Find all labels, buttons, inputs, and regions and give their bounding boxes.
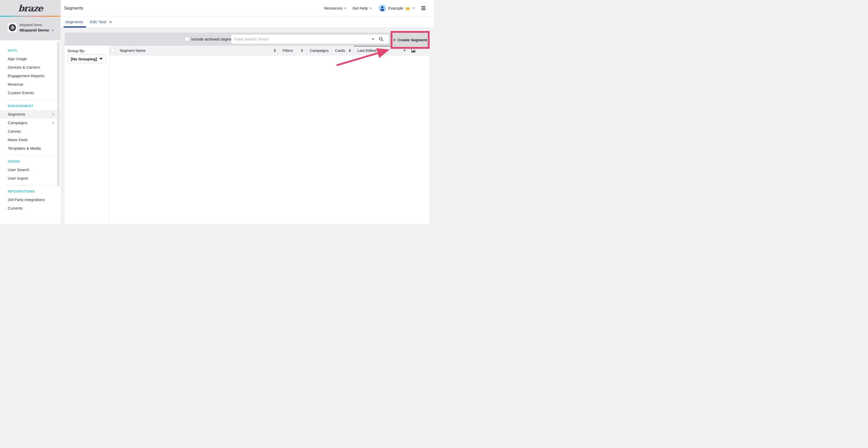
close-icon[interactable]: ✖	[109, 20, 112, 24]
select-all-cell	[109, 46, 116, 55]
section-title-users: USERS	[8, 160, 61, 163]
search-icon[interactable]	[379, 37, 383, 41]
tab-bar: Segments Edit 'Test' ✖	[61, 16, 434, 28]
user-avatar[interactable]	[379, 5, 386, 12]
section-title-engagement: ENGAGEMENT	[8, 104, 61, 108]
sidebar-divider	[4, 100, 55, 100]
brand-gradient-bar	[0, 16, 61, 17]
column-cards[interactable]: Cards	[332, 46, 354, 55]
sidebar-item-revenue[interactable]: Revenue	[0, 80, 61, 89]
annotation-highlight-box: + Create Segment	[391, 31, 430, 49]
sidebar-item-user-search[interactable]: User Search	[0, 165, 61, 174]
sidebar: braze b Mixpanel Demo Mixpanel Demo DATA…	[0, 0, 61, 224]
sidebar-item-engagement-reports[interactable]: Engagement Reports	[0, 71, 61, 80]
active-tab-underline	[64, 26, 86, 28]
sidebar-item-3rd-party-integrations[interactable]: 3rd Party Integrations	[0, 195, 61, 204]
chevron-down-icon	[51, 28, 54, 31]
sidebar-item-user-import[interactable]: User Import	[0, 174, 61, 182]
braze-dashboard: braze b Mixpanel Demo Mixpanel Demo DATA…	[0, 0, 434, 224]
braze-logo: braze	[0, 0, 61, 13]
get-help-menu[interactable]: Get Help	[352, 6, 371, 10]
caret-down-icon[interactable]	[403, 50, 406, 51]
sidebar-item-campaigns[interactable]: Campaigns	[0, 118, 61, 127]
workspace-group-label: Mixpanel Demo	[20, 23, 42, 27]
sidebar-nav: DATA App Usage Devices & Carriers Engage…	[0, 40, 61, 212]
sort-icon[interactable]	[349, 49, 351, 52]
chevron-right-icon	[52, 122, 54, 124]
sidebar-item-devices-carriers[interactable]: Devices & Carriers	[0, 63, 61, 71]
sidebar-item-canvas[interactable]: Canvas	[0, 127, 61, 136]
sort-icon[interactable]	[301, 49, 303, 52]
create-segment-button[interactable]: + Create Segment	[393, 33, 428, 47]
column-filters[interactable]: Filters	[279, 46, 306, 55]
sidebar-item-templates-media[interactable]: Templates & Media	[0, 144, 61, 152]
sidebar-scrollbar[interactable]	[57, 42, 60, 186]
include-archived-label: Include archived segments	[191, 33, 237, 46]
sidebar-item-segments[interactable]: Segments	[0, 110, 61, 118]
workspace-switcher[interactable]: b Mixpanel Demo Mixpanel Demo	[0, 17, 61, 40]
chevron-down-icon	[369, 6, 372, 9]
page-title: Segments	[64, 6, 83, 10]
workspace-icon: b	[8, 23, 17, 32]
sidebar-item-app-usage[interactable]: App Usage	[0, 55, 61, 63]
select-all-checkbox[interactable]	[111, 48, 115, 53]
workspace-name: Mixpanel Demo	[20, 28, 49, 33]
tab-segments[interactable]: Segments	[65, 16, 83, 27]
hamburger-menu-icon[interactable]	[421, 6, 426, 10]
segments-table-header: Segment Name Filters Campaigns Cards Las…	[109, 46, 429, 56]
include-archived-checkbox[interactable]	[185, 37, 189, 41]
column-campaigns[interactable]: Campaigns	[306, 46, 332, 55]
chevron-down-icon	[344, 6, 347, 9]
chevron-right-icon	[52, 113, 54, 115]
bar-chart-icon	[411, 48, 416, 53]
segments-content: Include archived segments Group By: [No …	[65, 33, 429, 224]
crown-icon	[405, 6, 410, 10]
segments-toolbar: Include archived segments	[65, 33, 429, 46]
sidebar-item-currents[interactable]: Currents	[0, 204, 61, 212]
search-input[interactable]	[231, 35, 366, 44]
group-by-label: Group By:	[68, 48, 85, 53]
search-dropdown-caret-icon[interactable]	[372, 38, 374, 40]
column-segment-name[interactable]: Segment Name	[116, 46, 279, 55]
user-name: Example	[388, 6, 403, 10]
resources-menu[interactable]: Resources	[324, 6, 346, 10]
sidebar-item-custom-events[interactable]: Custom Events	[0, 89, 61, 97]
app-header: Segments Resources Get Help Example	[61, 0, 434, 16]
sidebar-header: braze b Mixpanel Demo Mixpanel Demo	[0, 0, 61, 40]
section-title-data: DATA	[8, 48, 61, 53]
workspace-monogram-icon: b	[9, 24, 16, 31]
caret-down-icon	[99, 58, 103, 60]
group-by-panel: Group By: [No Grouping]	[65, 46, 109, 224]
tab-edit-test[interactable]: Edit 'Test' ✖	[90, 16, 112, 27]
sort-icon[interactable]	[274, 49, 276, 52]
search-box	[231, 35, 389, 44]
chevron-down-icon[interactable]	[412, 6, 415, 9]
sidebar-divider	[4, 155, 55, 156]
sidebar-item-news-feed[interactable]: News Feed	[0, 136, 61, 144]
section-title-integrations: INTEGRATIONS	[8, 189, 61, 193]
plus-icon: +	[393, 38, 396, 42]
group-by-select[interactable]: [No Grouping]	[68, 55, 106, 63]
